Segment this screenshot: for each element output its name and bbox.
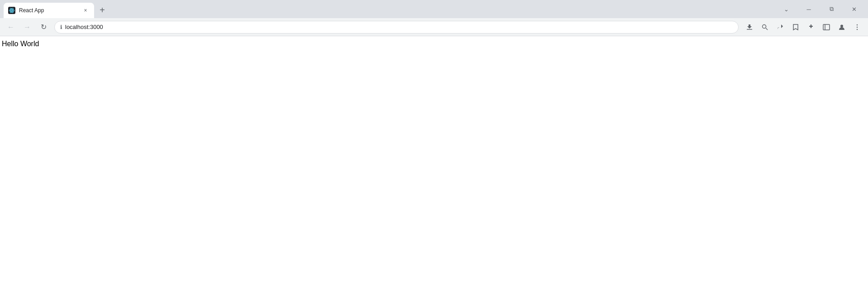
- svg-rect-8: [823, 24, 830, 30]
- svg-line-7: [766, 28, 768, 30]
- bookmark-button[interactable]: [788, 20, 803, 34]
- address-bar[interactable]: ℹ localhost:3000: [54, 21, 739, 34]
- svg-point-10: [840, 24, 843, 27]
- minimize-button[interactable]: ─: [798, 0, 819, 18]
- reload-button[interactable]: ↻: [36, 20, 51, 34]
- zoom-search-button[interactable]: [758, 20, 772, 34]
- menu-button[interactable]: [850, 20, 864, 34]
- download-button[interactable]: [742, 20, 757, 34]
- svg-point-6: [763, 24, 766, 28]
- address-text: localhost:3000: [65, 24, 733, 30]
- tab-favicon: [8, 7, 15, 14]
- navbar: ← → ↻ ℹ localhost:3000: [0, 18, 868, 36]
- svg-point-13: [857, 29, 858, 29]
- forward-button[interactable]: →: [20, 20, 34, 34]
- titlebar: React App × + ⌄ ─ ⧉ ✕: [0, 0, 868, 18]
- tab-strip: React App × +: [4, 0, 388, 18]
- hello-world-text: Hello World: [2, 40, 39, 48]
- dropdown-button[interactable]: ⌄: [776, 0, 797, 18]
- page-content: Hello World: [0, 36, 868, 281]
- window-controls: ⌄ ─ ⧉ ✕: [776, 0, 864, 18]
- lock-icon: ℹ: [60, 24, 62, 30]
- profile-button[interactable]: [835, 20, 849, 34]
- share-button[interactable]: [773, 20, 787, 34]
- tab-close-button[interactable]: ×: [81, 6, 90, 14]
- svg-point-11: [857, 24, 858, 25]
- svg-rect-5: [747, 29, 752, 30]
- active-tab[interactable]: React App ×: [4, 3, 94, 18]
- nav-actions: [742, 20, 864, 34]
- svg-point-12: [857, 26, 858, 27]
- sidebar-button[interactable]: [819, 20, 834, 34]
- tab-title: React App: [19, 7, 78, 14]
- close-button[interactable]: ✕: [844, 0, 864, 18]
- new-tab-button[interactable]: +: [96, 4, 109, 16]
- svg-point-4: [11, 10, 12, 11]
- restore-button[interactable]: ⧉: [821, 0, 842, 18]
- back-button[interactable]: ←: [4, 20, 18, 34]
- extensions-button[interactable]: [804, 20, 818, 34]
